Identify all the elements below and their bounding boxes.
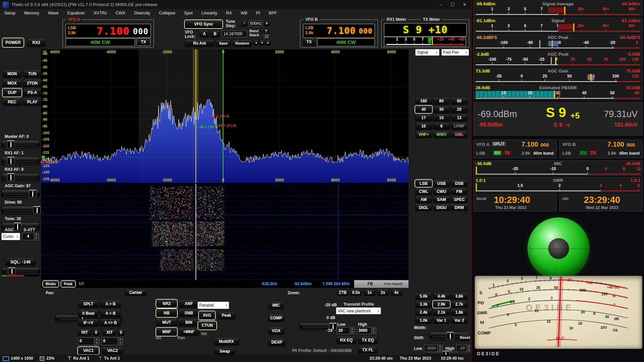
zoom-preset-button[interactable]: 2x xyxy=(377,289,389,296)
vfo-op-button[interactable]: A <> B xyxy=(100,319,121,327)
zoom-preset-button[interactable]: 4x xyxy=(391,289,402,296)
vfo-op-button[interactable]: A < B xyxy=(100,309,121,317)
ctun-button[interactable]: CTUN xyxy=(198,321,216,329)
tune-step-minus-button[interactable]: - xyxy=(241,20,247,27)
spectrum-display[interactable]: 29 -6000-4000-20000200040006000 -40-45-5… xyxy=(41,49,409,288)
af-slider[interactable] xyxy=(1,206,40,214)
tx-control-button[interactable]: REC xyxy=(3,98,22,106)
minimize-button[interactable]: – xyxy=(435,0,446,9)
mode-button[interactable]: USB xyxy=(433,180,450,187)
tune-step-value[interactable]: 500Hz xyxy=(249,20,263,27)
agc-select[interactable]: Custo∨ xyxy=(1,233,20,240)
vfo-lock-b-button[interactable]: B xyxy=(210,30,220,38)
mode-button[interactable]: DIGL xyxy=(415,204,432,211)
filter-button[interactable]: 2.9k xyxy=(433,301,450,308)
vfo-sync-button[interactable]: VFO Sync xyxy=(185,20,222,28)
xit-button[interactable]: XIT xyxy=(103,329,116,336)
restore-button[interactable]: Restore xyxy=(232,40,252,47)
filter-button[interactable]: 2.7k xyxy=(451,301,468,308)
mode-button[interactable]: DSB xyxy=(451,180,468,187)
tx-profile-select[interactable]: VAC new plantroni∨ xyxy=(336,307,381,314)
rx-eq-button[interactable]: RX EQ xyxy=(337,336,356,344)
dsp-button[interactable]: ANF xyxy=(178,300,199,308)
menu-item[interactable]: WB xyxy=(236,9,252,15)
mode-button[interactable]: SAM xyxy=(433,196,450,203)
vac-button[interactable]: VAC2 xyxy=(102,347,123,354)
dsp-button[interactable]: MUT xyxy=(156,318,177,326)
xit-spinner[interactable]: 0▲▼ xyxy=(101,338,123,345)
tx-control-button[interactable]: MON xyxy=(3,70,22,78)
dsp-button[interactable]: NR2 xyxy=(156,300,177,308)
vfo-b-band[interactable]: 40M CW xyxy=(317,38,375,46)
tx-control-button[interactable]: DUP xyxy=(3,89,22,97)
menu-item[interactable]: CWX xyxy=(111,9,130,15)
waterfall[interactable] xyxy=(41,184,409,280)
zoom-preset-button[interactable]: 0.5x xyxy=(350,289,362,296)
filter-button[interactable]: 3.8k xyxy=(451,293,468,300)
dexp-button[interactable]: DEXP xyxy=(268,338,286,346)
menu-item[interactable]: Memory xyxy=(20,9,44,15)
comp-button[interactable]: COMP xyxy=(268,314,284,322)
tx-control-button[interactable]: MOX xyxy=(3,79,22,87)
menu-item[interactable]: PI xyxy=(252,9,264,15)
filter-high-spinner[interactable]: -20 ▲▼ xyxy=(456,345,472,352)
band-button[interactable]: 80 xyxy=(433,97,450,105)
blobs-button[interactable]: Blobs xyxy=(43,281,58,287)
band-button[interactable]: 20 xyxy=(451,106,468,113)
menu-item[interactable]: Collapse xyxy=(155,9,180,15)
close-button[interactable]: ✕ xyxy=(459,0,470,9)
band-button[interactable]: 30 xyxy=(433,106,450,113)
sql-slider[interactable] xyxy=(2,267,40,275)
vfo-a-display[interactable]: LSB 2.9k 7.100 000 xyxy=(66,24,151,38)
vfo-op-button[interactable]: 0 Beat xyxy=(78,309,99,317)
menu-item[interactable]: Setup xyxy=(0,9,20,15)
rx2-button[interactable]: RX2 xyxy=(27,38,46,47)
tx-control-button[interactable]: PLAY xyxy=(23,98,42,106)
rit-spinner[interactable]: 0▲▼ xyxy=(78,338,99,345)
filter-button[interactable]: 2.1k xyxy=(433,309,450,316)
band-button[interactable]: LFMF xyxy=(451,122,468,130)
band-button[interactable]: WWV xyxy=(433,131,450,138)
band-button[interactable]: 12 xyxy=(451,114,468,121)
center-button[interactable]: Center xyxy=(125,289,146,296)
filter-button[interactable]: Var 2 xyxy=(451,317,468,324)
dsp-button[interactable]: SNB xyxy=(178,309,199,317)
multirx-button[interactable]: MultiRX xyxy=(214,338,239,346)
tx-high-spinner[interactable]: 3000▲▼ xyxy=(357,327,376,334)
tune-step-plus-button[interactable]: + xyxy=(264,20,269,27)
power-button[interactable]: POWER xyxy=(3,38,24,47)
af-slider[interactable] xyxy=(1,189,40,198)
filter-button[interactable]: 3.3k xyxy=(415,301,432,308)
vfo-b-display[interactable]: LSB 2.9k 7.100 000 xyxy=(303,24,375,38)
vfo-op-button[interactable]: SPLT xyxy=(78,300,99,308)
dsp-button[interactable]: BIN xyxy=(178,318,199,326)
avg-button[interactable]: AVG xyxy=(199,311,215,319)
menu-item[interactable]: Wave xyxy=(44,9,63,15)
tx-eq-button[interactable]: TX EQ xyxy=(358,336,378,344)
arrow-left-button[interactable]: ◄ xyxy=(253,40,259,46)
mode-button[interactable]: CWU xyxy=(433,188,450,195)
menu-item[interactable]: Spot xyxy=(180,9,197,15)
filter-button[interactable]: 2.4k xyxy=(415,309,432,316)
mode-button[interactable]: AM xyxy=(415,196,432,203)
band-stack-7-button[interactable]: 7 xyxy=(263,29,269,34)
shift-reset-button[interactable]: Reset xyxy=(460,334,470,341)
dsp-button[interactable]: NB xyxy=(156,309,177,317)
satt-spinner[interactable]: 4 ▲▼ xyxy=(22,233,39,240)
vfo-lock-frequency-field[interactable]: 14.167000 xyxy=(222,31,247,37)
meter-source-select[interactable]: Signal∨ xyxy=(415,49,439,56)
band-button[interactable]: VHF+ xyxy=(415,131,432,138)
vox-button[interactable]: VOX xyxy=(268,327,284,335)
panadapter[interactable]: 29 -6000-4000-20000200040006000 -40-45-5… xyxy=(41,49,409,183)
split-badge[interactable]: SPLIT xyxy=(492,142,506,146)
tx-fl-button[interactable]: TX FL xyxy=(358,346,378,354)
status-orb[interactable] xyxy=(527,217,590,279)
band-button[interactable]: 40 xyxy=(415,106,432,113)
mode-button[interactable]: LSB xyxy=(415,180,432,187)
zoom-preset-button[interactable]: 1x xyxy=(364,289,375,296)
dsp-button[interactable]: MNF xyxy=(156,328,177,336)
mode-button[interactable]: DRM xyxy=(451,204,468,211)
vfo-op-button[interactable]: IF->V xyxy=(78,319,99,327)
mode-button[interactable]: DIGU xyxy=(433,204,450,211)
arrow-down-button[interactable]: ▼ xyxy=(259,40,265,46)
